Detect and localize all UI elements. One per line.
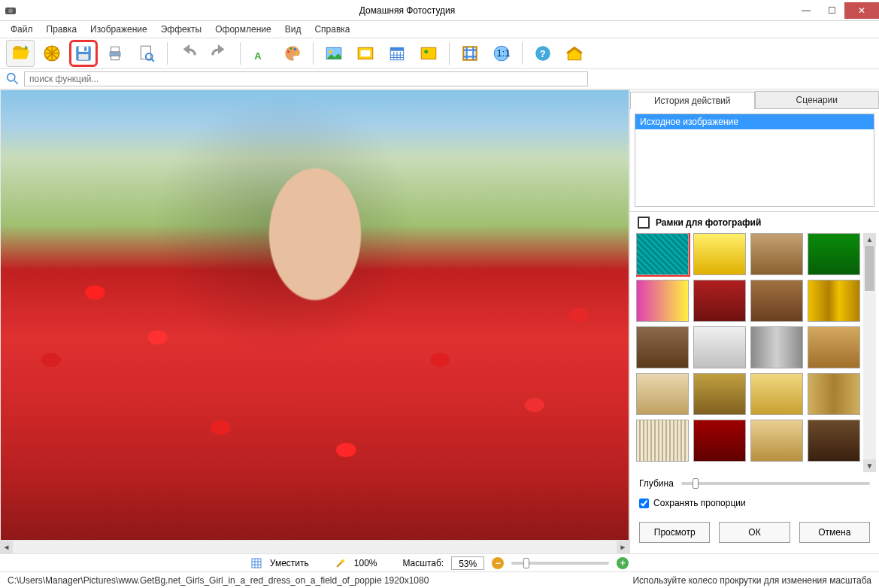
preview-button[interactable]: Просмотр — [639, 522, 710, 543]
svg-rect-21 — [361, 50, 371, 57]
frame-thumb[interactable] — [636, 280, 689, 322]
svg-rect-6 — [79, 54, 89, 60]
frame-thumb[interactable] — [750, 280, 803, 322]
menu-effects[interactable]: Эффекты — [155, 23, 208, 36]
maximize-button[interactable]: ☐ — [819, 2, 844, 19]
frame-thumb[interactable] — [750, 420, 803, 462]
app-icon — [5, 5, 17, 17]
home-button[interactable] — [560, 40, 589, 67]
scroll-down-button[interactable]: ▼ — [863, 459, 876, 472]
frames-grid — [636, 233, 860, 472]
cancel-button[interactable]: Отмена — [799, 522, 870, 543]
calendar-button[interactable] — [383, 40, 411, 67]
zoom-value[interactable]: 53% — [451, 556, 484, 570]
text-button[interactable]: A — [247, 40, 275, 67]
frame-thumb[interactable] — [693, 326, 746, 368]
frame-thumb[interactable] — [808, 280, 860, 322]
svg-line-12 — [152, 59, 154, 62]
keep-ratio-label: Сохранять пропорции — [653, 498, 746, 508]
frame-button[interactable] — [351, 40, 380, 67]
svg-point-30 — [8, 74, 15, 81]
zoom-slider[interactable] — [511, 562, 609, 565]
zoom-in-button[interactable]: + — [617, 557, 629, 569]
menu-image[interactable]: Изображение — [84, 23, 153, 36]
actual-size-button[interactable]: 1:1 — [487, 40, 516, 67]
hundred-label[interactable]: 100% — [354, 558, 377, 568]
toolbar: A 1:1 ? — [0, 38, 879, 69]
svg-text:?: ? — [540, 48, 546, 59]
open-button[interactable] — [6, 40, 35, 67]
close-button[interactable]: ✕ — [844, 2, 879, 19]
frame-thumb[interactable] — [636, 233, 689, 275]
history-item[interactable]: Исходное изображение — [635, 114, 874, 129]
menu-bar: Файл Правка Изображение Эффекты Оформлен… — [0, 21, 879, 38]
menu-decoration[interactable]: Оформление — [209, 23, 277, 36]
search-input[interactable] — [24, 71, 588, 86]
svg-text:1:1: 1:1 — [497, 47, 511, 59]
svg-point-19 — [329, 50, 332, 53]
history-list[interactable]: Исходное изображение — [635, 114, 874, 207]
minimize-button[interactable]: — — [793, 2, 819, 19]
camera-button[interactable] — [38, 40, 66, 67]
postcard-button[interactable] — [414, 40, 443, 67]
frame-thumb[interactable] — [750, 233, 803, 275]
frame-thumb[interactable] — [636, 326, 689, 368]
menu-edit[interactable]: Правка — [41, 23, 83, 36]
image-viewport[interactable] — [0, 89, 629, 541]
zoom-bar: Уместить 100% Масштаб: 53% − + — [0, 553, 879, 571]
scroll-thumb[interactable] — [865, 246, 874, 291]
svg-rect-32 — [252, 559, 261, 568]
palette-button[interactable] — [278, 40, 307, 67]
save-button[interactable] — [69, 40, 98, 67]
fit-button[interactable] — [456, 40, 484, 67]
zoom-page-button[interactable] — [132, 40, 161, 67]
frame-thumb[interactable] — [750, 326, 803, 368]
depth-slider[interactable] — [681, 482, 870, 485]
picture-button[interactable] — [320, 40, 348, 67]
scale-label: Масштаб: — [402, 558, 444, 568]
frame-thumb[interactable] — [693, 280, 746, 322]
frame-thumb[interactable] — [636, 373, 689, 415]
ok-button[interactable]: ОК — [719, 522, 790, 543]
tab-scripts[interactable]: Сценарии — [755, 91, 880, 108]
search-icon — [6, 72, 20, 86]
scroll-right-button[interactable]: ► — [617, 541, 629, 553]
frame-thumb[interactable] — [750, 373, 803, 415]
svg-rect-24 — [421, 47, 436, 59]
svg-rect-25 — [463, 47, 476, 59]
status-bar: C:\Users\Manager\Pictures\www.GetBg.net_… — [0, 571, 879, 588]
fit-icon[interactable] — [250, 557, 262, 569]
menu-help[interactable]: Справка — [308, 23, 356, 36]
menu-file[interactable]: Файл — [5, 23, 39, 36]
svg-point-17 — [296, 52, 298, 54]
frame-thumb[interactable] — [693, 233, 746, 275]
frame-thumb[interactable] — [808, 373, 860, 415]
search-row — [0, 69, 879, 89]
undo-button[interactable] — [174, 40, 202, 67]
frame-thumb[interactable] — [693, 373, 746, 415]
print-button[interactable] — [101, 40, 129, 67]
frame-thumb[interactable] — [636, 420, 689, 462]
horizontal-scrollbar[interactable]: ◄ ► — [0, 541, 629, 553]
menu-view[interactable]: Вид — [279, 23, 308, 36]
svg-text:A: A — [254, 50, 262, 62]
frame-thumb[interactable] — [808, 420, 860, 462]
title-bar: Домашняя Фотостудия — ☐ ✕ — [0, 0, 879, 21]
svg-point-1 — [8, 8, 13, 13]
redo-button[interactable] — [205, 40, 234, 67]
zoom-out-button[interactable]: − — [492, 557, 504, 569]
help-button[interactable]: ? — [529, 40, 557, 67]
keep-ratio-checkbox[interactable] — [639, 499, 649, 508]
frames-scrollbar[interactable]: ▲ ▼ — [863, 233, 876, 472]
scroll-left-button[interactable]: ◄ — [0, 541, 13, 553]
frame-thumb[interactable] — [693, 420, 746, 462]
status-path: C:\Users\Manager\Pictures\www.GetBg.net_… — [8, 575, 429, 586]
window-title: Домашняя Фотостудия — [21, 5, 793, 16]
scroll-up-button[interactable]: ▲ — [863, 233, 876, 246]
tab-history[interactable]: История действий — [630, 92, 755, 109]
wand-icon[interactable] — [335, 557, 347, 569]
fit-label[interactable]: Уместить — [270, 558, 309, 568]
frame-thumb[interactable] — [808, 233, 860, 275]
svg-rect-23 — [390, 47, 403, 50]
frame-thumb[interactable] — [808, 326, 860, 368]
